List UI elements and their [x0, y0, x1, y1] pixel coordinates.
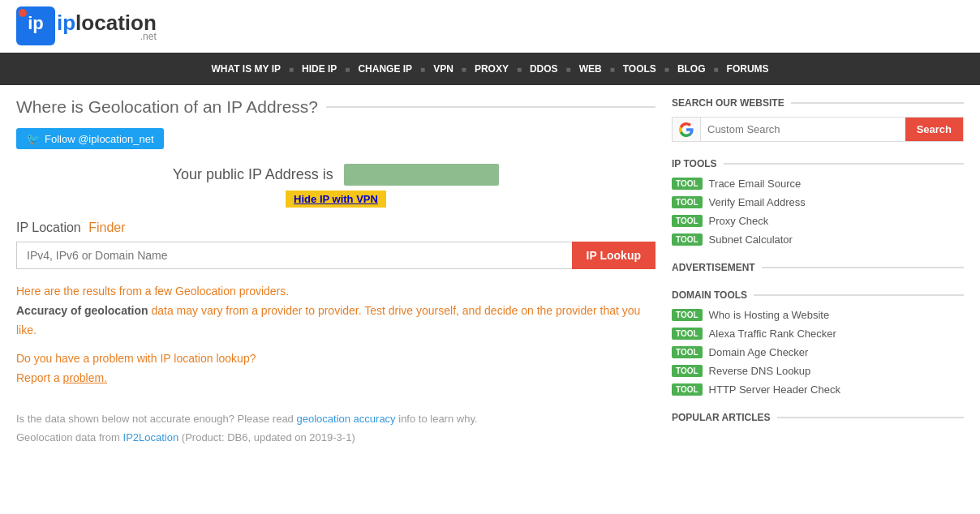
search-title-bar	[791, 102, 964, 104]
tool-link-who-is[interactable]: Who is Hosting a Website	[709, 309, 830, 321]
search-section-title: SEARCH OUR WEBSITE	[672, 97, 964, 109]
nav-forums[interactable]: FORUMS	[719, 63, 777, 75]
bottom-note-text: Is the data shown below not accurate eno…	[16, 413, 294, 425]
page-container: Where is Geolocation of an IP Address? 🐦…	[0, 85, 980, 456]
search-button[interactable]: Search	[905, 118, 963, 141]
tool-badge-trace: TOOL	[672, 178, 703, 190]
tool-verify-email: TOOL Verify Email Address	[672, 196, 964, 208]
ip-finder-label-text: IP Location	[16, 221, 81, 234]
nav-hide-ip[interactable]: HIDE IP	[294, 63, 345, 75]
tool-link-reverse-dns[interactable]: Reverse DNS Lookup	[709, 365, 811, 377]
tool-badge-who-is: TOOL	[672, 309, 703, 321]
logo-icon: ip	[16, 6, 55, 45]
main-content: Where is Geolocation of an IP Address? 🐦…	[16, 97, 672, 443]
result-para: Here are the results from a few Geolocat…	[16, 282, 655, 340]
tool-alexa: TOOL Alexa Traffic Rank Checker	[672, 328, 964, 340]
nav-vpn[interactable]: VPN	[425, 63, 462, 75]
geo-data-text: Geolocation data from IP2Location (Produ…	[16, 431, 655, 443]
popular-articles-title-text: POPULAR ARTICLES	[672, 412, 771, 423]
twitter-label: Follow @iplocation_net	[45, 133, 154, 145]
problem-link[interactable]: problem.	[63, 371, 107, 384]
tool-domain-age: TOOL Domain Age Checker	[672, 346, 964, 358]
result-bold: Accuracy of geolocation	[16, 304, 148, 317]
tool-link-domain-age[interactable]: Domain Age Checker	[709, 346, 809, 358]
tool-link-proxy[interactable]: Proxy Check	[709, 215, 769, 227]
tool-badge-domain-age: TOOL	[672, 346, 703, 358]
search-box: Search	[672, 117, 964, 142]
ip-tools-title-bar	[724, 163, 964, 165]
advertisement-title-text: ADVERTISEMENT	[672, 262, 755, 273]
tool-link-alexa[interactable]: Alexa Traffic Rank Checker	[709, 328, 836, 340]
tool-badge-proxy: TOOL	[672, 215, 703, 227]
nav-blog[interactable]: BLOG	[669, 63, 714, 75]
ip2location-link[interactable]: IP2Location	[123, 431, 179, 443]
search-input[interactable]	[701, 118, 905, 141]
ip-finder-form: IP Lookup	[16, 242, 655, 269]
ip-finder-section: IP Location Finder IP Lookup	[16, 221, 655, 269]
ip-display-text: Your public IP Address is	[173, 166, 333, 182]
logo-text-group: iplocation .net	[57, 11, 157, 42]
domain-tools-title: DOMAIN TOOLS	[672, 289, 964, 301]
search-section: SEARCH OUR WEBSITE Search	[672, 97, 964, 142]
geo-accuracy-link[interactable]: geolocation accuracy	[296, 413, 395, 425]
ip-display-row: Your public IP Address is ██████████	[16, 164, 655, 186]
logo[interactable]: ip iplocation .net	[16, 6, 157, 45]
nav-ddos[interactable]: DDOS	[522, 63, 566, 75]
ip-tools-section: IP TOOLS TOOL Trace Email Source TOOL Ve…	[672, 158, 964, 246]
hide-ip-row: Hide IP with VPN	[16, 191, 655, 208]
nav-tools[interactable]: TOOLS	[615, 63, 664, 75]
advertisement-title-bar	[762, 267, 964, 268]
tool-badge-subnet: TOOL	[672, 233, 703, 246]
result-section: Here are the results from a few Geolocat…	[16, 282, 655, 340]
bottom-note-section: Is the data shown below not accurate eno…	[16, 413, 655, 425]
report-text: Report a	[16, 371, 60, 384]
bottom-note: Is the data shown below not accurate eno…	[16, 413, 655, 425]
tool-badge-verify: TOOL	[672, 196, 703, 208]
title-bar	[326, 106, 655, 108]
tool-http-header: TOOL HTTP Server Header Check	[672, 383, 964, 396]
main-nav: WHAT IS MY IP ■ HIDE IP ■ CHANGE IP ■ VP…	[0, 53, 980, 85]
ip-tools-list: TOOL Trace Email Source TOOL Verify Emai…	[672, 178, 964, 246]
geo-data-label: Geolocation data from	[16, 431, 120, 443]
tool-link-subnet[interactable]: Subnet Calculator	[709, 233, 793, 246]
domain-tools-title-text: DOMAIN TOOLS	[672, 289, 747, 301]
popular-articles-title: POPULAR ARTICLES	[672, 412, 964, 423]
domain-tools-list: TOOL Who is Hosting a Website TOOL Alexa…	[672, 309, 964, 396]
tool-link-verify[interactable]: Verify Email Address	[709, 196, 806, 208]
tool-reverse-dns: TOOL Reverse DNS Lookup	[672, 365, 964, 377]
domain-tools-section: DOMAIN TOOLS TOOL Who is Hosting a Websi…	[672, 289, 964, 396]
geo-data-rest: (Product: DB6, updated on 2019-3-1)	[182, 431, 355, 443]
tool-link-trace[interactable]: Trace Email Source	[709, 178, 802, 190]
nav-web[interactable]: WEB	[571, 63, 610, 75]
sidebar: SEARCH OUR WEBSITE Search IP T	[672, 97, 964, 443]
google-logo-box	[673, 118, 701, 141]
tool-badge-reverse-dns: TOOL	[672, 365, 703, 377]
result-text-1: Here are the results from a few Geolocat…	[16, 285, 289, 298]
tool-badge-http-header: TOOL	[672, 383, 703, 396]
nav-change-ip[interactable]: CHANGE IP	[350, 63, 420, 75]
ip-value-box: ██████████	[344, 164, 500, 186]
svg-text:ip: ip	[28, 13, 44, 33]
twitter-follow-link[interactable]: 🐦 Follow @iplocation_net	[16, 128, 164, 149]
ip-tools-title: IP TOOLS	[672, 158, 964, 169]
problem-section: Do you have a problem with IP location l…	[16, 349, 655, 388]
page-title-row: Where is Geolocation of an IP Address?	[16, 97, 655, 117]
problem-text: Do you have a problem with IP location l…	[16, 352, 256, 365]
hide-ip-link[interactable]: Hide IP with VPN	[286, 191, 386, 208]
tool-badge-alexa: TOOL	[672, 328, 703, 340]
tool-link-http-header[interactable]: HTTP Server Header Check	[709, 383, 840, 396]
ip-finder-label: IP Location Finder	[16, 221, 655, 235]
tool-trace-email: TOOL Trace Email Source	[672, 178, 964, 190]
popular-articles-section: POPULAR ARTICLES	[672, 412, 964, 423]
domain-tools-title-bar	[754, 294, 964, 296]
tool-subnet: TOOL Subnet Calculator	[672, 233, 964, 246]
tool-who-is-hosting: TOOL Who is Hosting a Website	[672, 309, 964, 321]
page-title: Where is Geolocation of an IP Address?	[16, 97, 318, 117]
search-title-text: SEARCH OUR WEBSITE	[672, 97, 784, 109]
nav-proxy[interactable]: PROXY	[466, 63, 517, 75]
ip-input[interactable]	[16, 242, 572, 269]
ip-tools-title-text: IP TOOLS	[672, 158, 717, 169]
nav-what-is-my-ip[interactable]: WHAT IS MY IP	[203, 63, 289, 75]
problem-para: Do you have a problem with IP location l…	[16, 349, 655, 388]
ip-lookup-button[interactable]: IP Lookup	[572, 242, 655, 269]
